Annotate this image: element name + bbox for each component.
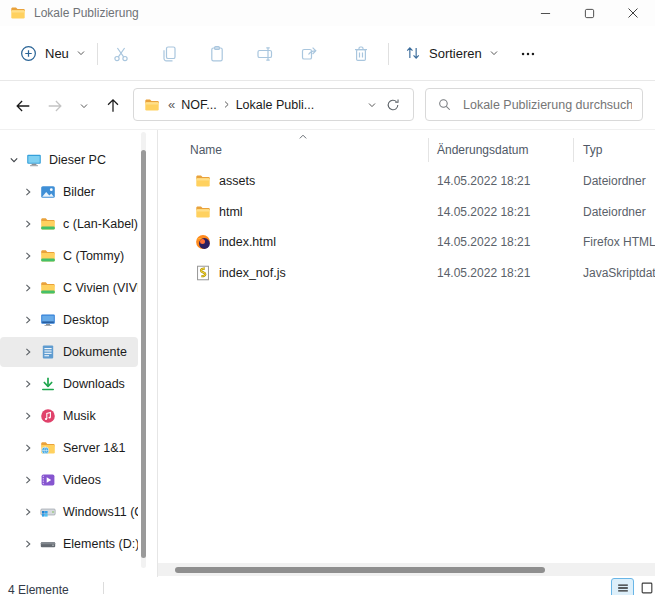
maximize-icon — [584, 8, 595, 19]
details-view-icon — [616, 581, 630, 595]
column-header-type[interactable]: Typ — [583, 143, 602, 157]
delete-button[interactable] — [341, 40, 381, 68]
maximize-button[interactable] — [567, 0, 611, 26]
server-folder-icon — [40, 440, 56, 456]
file-type: Firefox HTML Document — [583, 235, 655, 249]
sort-button[interactable]: Sortieren — [398, 38, 505, 68]
minimize-button[interactable] — [523, 0, 567, 26]
chevron-right-icon — [22, 314, 34, 326]
cut-icon — [111, 44, 131, 64]
videos-icon — [40, 472, 56, 488]
horizontal-scrollbar-thumb[interactable] — [175, 567, 545, 573]
file-date: 14.05.2022 18:21 — [437, 266, 530, 280]
shared-folder-icon — [40, 280, 56, 296]
close-button[interactable] — [611, 0, 655, 26]
new-button[interactable]: Neu — [13, 38, 92, 68]
sidebar-item-label: c (Lan-Kabel) — [63, 217, 138, 231]
search-input[interactable] — [461, 97, 634, 113]
file-date: 14.05.2022 18:21 — [437, 205, 530, 219]
file-name: html — [219, 205, 243, 219]
toolbar-separator — [97, 43, 98, 65]
search-icon — [437, 97, 452, 112]
sidebar-item-label: Musik — [63, 409, 96, 423]
table-row[interactable]: index.html14.05.2022 18:21Firefox HTML D… — [158, 227, 655, 257]
firefox-icon — [194, 233, 211, 250]
cut-button[interactable] — [101, 40, 141, 68]
chevron-right-icon — [22, 250, 34, 262]
file-type: Dateiordner — [583, 205, 646, 219]
chevron-right-icon — [22, 282, 34, 294]
address-dropdown-button[interactable] — [363, 89, 381, 120]
status-bar: 4 Elemente — [0, 577, 655, 595]
chevron-right-icon — [22, 538, 34, 550]
large-icons-view-icon — [640, 581, 654, 595]
folder-icon — [194, 172, 211, 189]
sidebar-item-videos[interactable]: Videos — [0, 465, 138, 495]
chevron-right-icon — [22, 442, 34, 454]
column-resize-handle[interactable] — [573, 138, 574, 162]
file-name: assets — [219, 174, 255, 188]
sidebar-item-label: Dokumente — [63, 345, 127, 359]
window-controls — [523, 0, 655, 26]
up-icon — [104, 97, 122, 115]
new-button-label: Neu — [45, 46, 69, 61]
chevron-right-icon — [22, 218, 34, 230]
refresh-button[interactable] — [381, 89, 405, 120]
windows-drive-icon — [40, 504, 56, 520]
music-icon — [40, 408, 56, 424]
column-resize-handle[interactable] — [428, 138, 429, 162]
table-row[interactable]: html14.05.2022 18:21Dateiordner — [158, 197, 655, 227]
sidebar-item-server-1-1[interactable]: Server 1&1 — [0, 433, 138, 463]
back-icon — [14, 97, 32, 115]
details-view-button[interactable] — [611, 578, 634, 595]
address-bar[interactable]: « NOF... Lokale Publi... — [133, 88, 414, 121]
rename-icon — [255, 44, 275, 64]
chevron-right-icon — [22, 378, 34, 390]
chevron-down-icon — [489, 48, 499, 58]
sidebar-item-dokumente[interactable]: Dokumente — [0, 337, 138, 367]
horizontal-scrollbar[interactable] — [158, 563, 655, 576]
share-button[interactable] — [289, 40, 329, 68]
sidebar-item-label: Videos — [63, 473, 101, 487]
forward-button[interactable] — [42, 94, 68, 118]
column-header-name[interactable]: Name — [190, 143, 222, 157]
breadcrumb-parent[interactable]: NOF... — [181, 98, 216, 112]
more-options-icon — [519, 45, 537, 63]
sort-arrows-icon — [404, 44, 422, 62]
breadcrumb-overflow[interactable]: « — [168, 97, 175, 112]
breadcrumb-current[interactable]: Lokale Publi... — [236, 98, 315, 112]
drive-icon — [40, 536, 56, 552]
sidebar-item-windows11-c[interactable]: Windows11 (C:) — [0, 497, 138, 527]
shared-folder-icon — [40, 216, 56, 232]
sidebar-item-downloads[interactable]: Downloads — [0, 369, 138, 399]
recent-locations-button[interactable] — [74, 94, 94, 118]
copy-button[interactable] — [149, 40, 189, 68]
sidebar-item-c-tommy[interactable]: C (Tommy) — [0, 241, 138, 271]
paste-button[interactable] — [197, 40, 237, 68]
sidebar-item-musik[interactable]: Musik — [0, 401, 138, 431]
command-bar: Neu Sortieren — [0, 26, 655, 81]
sidebar-item-c-lan-kabel[interactable]: c (Lan-Kabel) — [0, 209, 138, 239]
sidebar-item-c-vivien-vivi[interactable]: C Vivien (VIVI) — [0, 273, 138, 303]
table-row[interactable]: index_nof.js14.05.2022 18:21JavaSkriptda… — [158, 258, 655, 288]
up-button[interactable] — [100, 94, 126, 118]
file-list: Name Änderungsdatum Typ assets14.05.2022… — [158, 130, 655, 563]
file-explorer-window: Lokale Publizierung Neu Sortieren — [0, 0, 655, 595]
sidebar-item-elements-d[interactable]: Elements (D:) — [0, 529, 138, 559]
chevron-down-icon — [76, 48, 86, 58]
sidebar-item-label: Dieser PC — [49, 153, 106, 167]
chevron-right-icon — [22, 186, 34, 198]
sidebar-item-dieser-pc[interactable]: Dieser PC — [0, 145, 138, 175]
sidebar-item-desktop[interactable]: Desktop — [0, 305, 138, 335]
more-options-button[interactable] — [510, 40, 546, 68]
sort-ascending-icon — [298, 132, 308, 142]
large-icons-view-button[interactable] — [637, 578, 655, 595]
pc-icon — [26, 152, 42, 168]
minimize-icon — [540, 8, 551, 19]
sidebar-item-bilder[interactable]: Bilder — [0, 177, 138, 207]
back-button[interactable] — [10, 94, 36, 118]
rename-button[interactable] — [245, 40, 285, 68]
table-row[interactable]: assets14.05.2022 18:21Dateiordner — [158, 166, 655, 196]
sidebar-scrollbar-thumb[interactable] — [141, 150, 146, 558]
column-header-date[interactable]: Änderungsdatum — [437, 143, 528, 157]
